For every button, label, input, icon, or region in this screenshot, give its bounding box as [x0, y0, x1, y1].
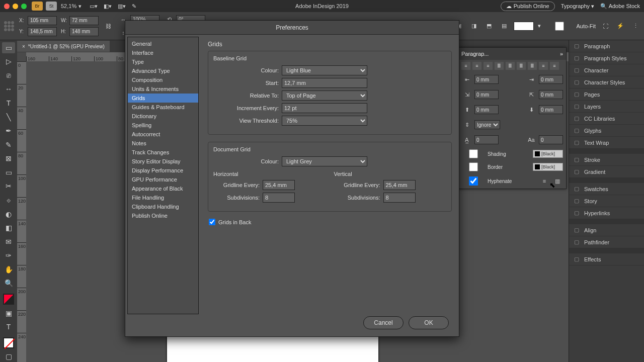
fill-stroke-swatch[interactable]: [3, 294, 14, 305]
dock-item-align[interactable]: ▢Align: [569, 224, 644, 236]
panel-menu-icon[interactable]: ≡: [539, 175, 550, 187]
shading-color[interactable]: [Black]: [533, 150, 563, 158]
y-input[interactable]: [28, 27, 57, 36]
prefs-nav-composition[interactable]: Composition: [128, 75, 198, 84]
columns-icon[interactable]: ▥: [552, 175, 563, 187]
publish-online-button[interactable]: ☁ Publish Online: [501, 2, 555, 11]
dropcap-lines-input[interactable]: [474, 135, 499, 144]
prefs-nav-clipboard-handling[interactable]: Clipboard Handling: [128, 202, 198, 211]
chevron-down-icon[interactable]: ▾: [78, 3, 82, 10]
pen-tool[interactable]: ✒: [2, 125, 15, 136]
dock-item-glyphs[interactable]: ▢Glyphs: [569, 125, 644, 137]
dock-item-stroke[interactable]: ▢Stroke: [569, 154, 644, 166]
prefs-nav-units-increments[interactable]: Units & Increments: [128, 84, 198, 94]
ok-button[interactable]: OK: [409, 316, 449, 329]
prefs-nav-general[interactable]: General: [128, 39, 198, 48]
dock-item-gradient[interactable]: ▢Gradient: [569, 166, 644, 178]
apply-color-icon[interactable]: T: [2, 321, 15, 332]
prefs-nav-spelling[interactable]: Spelling: [128, 121, 198, 130]
prefs-nav-type[interactable]: Type: [128, 57, 198, 66]
close-window-icon[interactable]: [4, 4, 10, 9]
hand-tool[interactable]: ✋: [2, 264, 15, 275]
prefs-nav-notes[interactable]: Notes: [128, 139, 198, 148]
minimize-window-icon[interactable]: [13, 4, 18, 9]
line-tool[interactable]: ╲: [2, 112, 15, 123]
prefs-nav-gpu-performance[interactable]: GPU Performance: [128, 175, 198, 184]
baseline-colour-select[interactable]: Light Blue: [282, 65, 367, 75]
justify-left-icon[interactable]: ≣: [495, 62, 504, 70]
space-before-input[interactable]: [474, 105, 499, 114]
view-opt-icon[interactable]: ▥▾: [118, 3, 126, 10]
page-tool[interactable]: ⎚: [2, 70, 15, 81]
constrain-icon[interactable]: ⛓: [103, 21, 114, 32]
view-opt-icon[interactable]: ✎: [132, 3, 136, 10]
dock-item-swatches[interactable]: ▢Swatches: [569, 183, 644, 195]
free-transform-tool[interactable]: ⟐: [2, 195, 15, 206]
docgrid-colour-select[interactable]: Light Grey: [282, 156, 367, 166]
grids-in-back-row[interactable]: Grids in Back: [209, 219, 451, 225]
space-same-select[interactable]: Ignore: [474, 120, 500, 129]
prefs-nav-publish-online[interactable]: Publish Online: [128, 211, 198, 220]
gradient-swatch-tool[interactable]: ◐: [2, 209, 15, 220]
h-gridline-input[interactable]: [263, 180, 295, 190]
selection-tool[interactable]: ▭: [2, 42, 15, 53]
menu-icon[interactable]: ⋮: [630, 21, 641, 32]
prefs-nav-track-changes[interactable]: Track Changes: [128, 148, 198, 157]
baseline-relativeto-select[interactable]: Top of Page: [282, 90, 367, 101]
align-m-icon[interactable]: ▤: [499, 21, 510, 32]
justify-center-icon[interactable]: ≣: [506, 62, 515, 70]
collapse-icon[interactable]: »: [560, 51, 563, 57]
baseline-viewthresh-select[interactable]: 75%: [282, 116, 367, 126]
dock-item-story[interactable]: ▢Story: [569, 195, 644, 207]
format-container-icon[interactable]: ▣: [2, 308, 15, 319]
stock-search[interactable]: 🔍 Adobe Stock: [600, 3, 640, 10]
reference-point[interactable]: [3, 20, 15, 32]
prefs-nav-interface[interactable]: Interface: [128, 48, 198, 57]
w-input[interactable]: [69, 16, 99, 25]
align-spine-icon[interactable]: ≡: [539, 62, 548, 70]
align-right-icon[interactable]: ≡: [484, 62, 493, 70]
align-r-icon[interactable]: ◨: [468, 21, 479, 32]
first-line-input[interactable]: [474, 90, 499, 99]
view-opt-icon[interactable]: ◧▾: [104, 3, 112, 10]
prefs-nav-file-handling[interactable]: File Handling: [128, 193, 198, 202]
gradient-feather-tool[interactable]: ◧: [2, 222, 15, 233]
x-input[interactable]: [28, 16, 57, 25]
direct-selection-tool[interactable]: ▷: [2, 56, 15, 67]
grids-in-back-checkbox[interactable]: [209, 219, 215, 225]
dock-item-hyperlinks[interactable]: ▢Hyperlinks: [569, 207, 644, 219]
view-opt-icon[interactable]: ▭▾: [90, 3, 98, 10]
align-away-icon[interactable]: ≡: [550, 62, 559, 70]
last-line-input[interactable]: [539, 90, 563, 99]
dock-item-pages[interactable]: ▢Pages: [569, 88, 644, 101]
cancel-button[interactable]: Cancel: [363, 316, 404, 329]
zoom-tool[interactable]: 🔍: [2, 278, 15, 289]
left-indent-input[interactable]: [474, 75, 499, 84]
prefs-nav-grids[interactable]: Grids: [128, 94, 198, 103]
h-subdiv-input[interactable]: [263, 193, 295, 203]
chevron-down-icon[interactable]: ▾: [538, 23, 541, 29]
autofit-checkbox[interactable]: [545, 22, 574, 31]
fill-swatch[interactable]: [514, 22, 534, 31]
rect-frame-tool[interactable]: ⊠: [2, 153, 15, 164]
scissors-tool[interactable]: ✂: [2, 181, 15, 192]
v-subdiv-input[interactable]: [383, 193, 416, 203]
right-indent-input[interactable]: [539, 75, 563, 84]
bolt-icon[interactable]: ⚡: [615, 21, 626, 32]
prefs-nav-dictionary[interactable]: Dictionary: [128, 112, 198, 121]
panel-title[interactable]: Paragrap...: [461, 51, 489, 57]
shading-checkbox[interactable]: [461, 149, 486, 158]
v-gridline-input[interactable]: [383, 180, 416, 190]
bridge-icon[interactable]: Br: [32, 2, 43, 11]
border-checkbox[interactable]: [461, 162, 486, 171]
dropcap-chars-input[interactable]: [539, 135, 563, 144]
justify-all-icon[interactable]: ≣: [528, 62, 537, 70]
dock-item-paragraph[interactable]: ▢Paragraph: [569, 40, 644, 52]
prefs-nav-display-performance[interactable]: Display Performance: [128, 166, 198, 175]
fitting-icon[interactable]: ⛶: [600, 21, 611, 32]
close-tab-icon[interactable]: ×: [22, 44, 25, 49]
align-t-icon[interactable]: ⬒: [484, 21, 495, 32]
dock-item-character[interactable]: ▢Character: [569, 64, 644, 76]
dock-item-text-wrap[interactable]: ▢Text Wrap: [569, 137, 644, 149]
maximize-window-icon[interactable]: [21, 4, 27, 9]
